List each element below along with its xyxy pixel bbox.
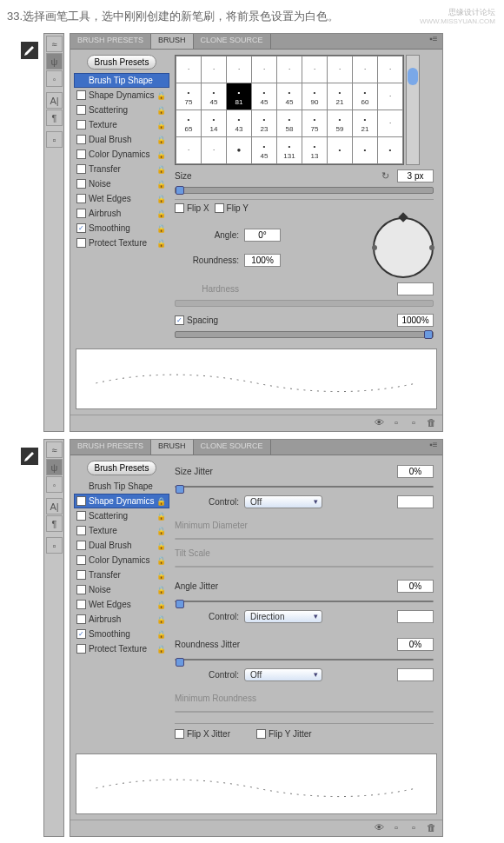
brush-cell[interactable]: · (202, 137, 226, 163)
eye-icon-2[interactable]: 👁 (373, 822, 385, 834)
lock-icon[interactable]: 🔒 (156, 541, 167, 550)
option-checkbox[interactable] (76, 135, 86, 144)
lock-icon[interactable]: 🔒 (156, 121, 167, 129)
option-checkbox[interactable] (76, 164, 86, 174)
option-checkbox[interactable] (76, 570, 86, 580)
option-checkbox[interactable] (76, 496, 86, 506)
option-color-dynamics[interactable]: Color Dynamics🔒 (74, 553, 169, 568)
brush-cell[interactable]: · (328, 56, 352, 83)
brush-cell[interactable]: ● (227, 137, 251, 163)
reset-size-icon[interactable]: ↻ (381, 170, 394, 183)
lock-icon[interactable]: 🔒 (156, 195, 167, 203)
option-checkbox[interactable] (76, 629, 86, 639)
option-dual-brush[interactable]: Dual Brush🔒 (74, 132, 169, 147)
lock-icon[interactable]: 🔒 (156, 165, 167, 174)
lock-icon[interactable]: 🔒 (156, 645, 167, 654)
new-icon-2[interactable]: ▫ (408, 822, 420, 834)
lock-icon[interactable]: 🔒 (156, 630, 167, 639)
doc-icon[interactable]: ▫ (390, 417, 402, 429)
lock-icon[interactable]: 🔒 (156, 497, 167, 506)
option-checkbox[interactable] (76, 644, 86, 654)
brush-cell[interactable]: •14 (202, 110, 226, 136)
hardness-input[interactable] (397, 282, 434, 295)
size-slider[interactable] (175, 187, 434, 194)
option-scattering[interactable]: Scattering🔒 (74, 103, 169, 117)
option-checkbox[interactable] (76, 209, 86, 218)
roundness-jitter-input[interactable] (397, 638, 434, 651)
brush-cell[interactable]: •65 (176, 110, 201, 136)
brush-cell[interactable]: · (378, 56, 402, 83)
option-checkbox[interactable] (76, 555, 86, 565)
lock-icon[interactable]: 🔒 (156, 239, 167, 248)
brush-cell[interactable]: •131 (277, 137, 302, 163)
roundness-control-input[interactable] (397, 668, 434, 681)
lock-icon[interactable]: 🔒 (156, 180, 167, 189)
brush-cell[interactable]: · (378, 110, 402, 136)
size-control-input[interactable] (397, 495, 434, 508)
brush-cell[interactable]: •45 (252, 83, 276, 110)
flipx-checkbox[interactable] (175, 203, 184, 213)
option-texture[interactable]: Texture🔒 (74, 117, 169, 132)
brush-tool-icon[interactable] (21, 42, 38, 59)
brush-presets-button-2[interactable]: Brush Presets (87, 461, 157, 475)
brush-cell[interactable]: · (176, 56, 201, 83)
option-checkbox[interactable] (76, 585, 86, 594)
brush-presets-button[interactable]: Brush Presets (87, 55, 157, 70)
angle-jitter-input[interactable] (397, 580, 434, 593)
tool-btn-2b[interactable]: ψ (46, 459, 63, 475)
angle-jitter-slider[interactable] (175, 601, 434, 602)
option-color-dynamics[interactable]: Color Dynamics🔒 (74, 147, 169, 162)
flipy-checkbox[interactable] (215, 203, 224, 213)
option-checkbox[interactable] (76, 90, 86, 100)
size-jitter-slider[interactable] (175, 486, 434, 488)
tool-btn-1[interactable]: ≈ (46, 36, 63, 52)
lock-icon[interactable]: 🔒 (156, 91, 167, 100)
brush-cell[interactable]: •81 (227, 83, 251, 110)
lock-icon[interactable]: 🔒 (156, 209, 167, 218)
angle-control-select[interactable]: Direction (244, 610, 322, 623)
brush-cell[interactable]: •23 (252, 110, 276, 136)
lock-icon[interactable]: 🔒 (156, 527, 167, 535)
brush-cell[interactable]: •45 (277, 83, 302, 110)
lock-icon[interactable]: 🔒 (156, 601, 167, 609)
option-shape-dynamics[interactable]: Shape Dynamics🔒 (74, 88, 169, 103)
brush-cell[interactable]: •75 (302, 110, 327, 136)
new-icon[interactable]: ▫ (408, 417, 420, 429)
angle-preview[interactable] (373, 217, 434, 278)
tool-btn-5b[interactable]: ¶ (46, 515, 63, 532)
angle-control-input[interactable] (397, 610, 434, 623)
brush-cell[interactable]: • (378, 137, 402, 163)
option-wet-edges[interactable]: Wet Edges🔒 (74, 597, 169, 612)
tab-brush-2[interactable]: BRUSH (151, 440, 194, 455)
option-shape-dynamics[interactable]: Shape Dynamics🔒 (74, 494, 169, 508)
lock-icon[interactable]: 🔒 (156, 136, 167, 144)
brush-cell[interactable]: · (277, 56, 302, 83)
eye-icon[interactable]: 👁 (373, 417, 385, 429)
option-checkbox[interactable] (76, 179, 86, 189)
lock-icon[interactable]: 🔒 (156, 615, 167, 624)
brush-cell[interactable]: •59 (328, 110, 352, 136)
option-noise[interactable]: Noise🔒 (74, 582, 169, 597)
tab-clone-source-2[interactable]: CLONE SOURCE (194, 440, 271, 455)
tool-btn-4b[interactable]: A| (46, 498, 63, 514)
tool-btn-6[interactable]: ▫ (46, 131, 63, 148)
option-brush-tip-shape[interactable]: Brush Tip Shape (74, 479, 169, 494)
brush-cell[interactable]: •45 (202, 83, 226, 110)
spacing-input[interactable] (397, 314, 434, 327)
option-checkbox[interactable] (76, 600, 86, 609)
option-checkbox[interactable] (76, 105, 86, 115)
option-checkbox[interactable] (76, 541, 86, 550)
tool-btn-2[interactable]: ψ (46, 53, 63, 70)
flipx-jitter-checkbox[interactable] (175, 729, 184, 739)
tool-btn-6b[interactable]: ▫ (46, 537, 63, 554)
brush-cell[interactable]: •75 (176, 83, 201, 110)
brush-cell[interactable]: •90 (302, 83, 327, 110)
brush-cell[interactable]: •58 (277, 110, 302, 136)
tool-btn-3[interactable]: ◦ (46, 70, 63, 87)
spacing-checkbox[interactable] (175, 315, 184, 325)
option-noise[interactable]: Noise🔒 (74, 176, 169, 191)
size-input[interactable] (397, 169, 434, 183)
option-smoothing[interactable]: Smoothing🔒 (74, 221, 169, 236)
brush-cell[interactable]: · (176, 137, 201, 163)
option-scattering[interactable]: Scattering🔒 (74, 508, 169, 523)
